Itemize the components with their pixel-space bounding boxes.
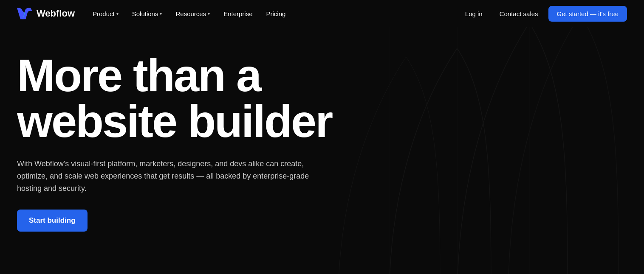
- hero-content: More than a website builder With Webflow…: [17, 53, 365, 232]
- webflow-logo-icon: [17, 8, 32, 20]
- product-chevron-icon: ▾: [116, 11, 119, 16]
- nav-product[interactable]: Product ▾: [87, 7, 124, 21]
- logo[interactable]: Webflow: [17, 8, 75, 20]
- nav-enterprise[interactable]: Enterprise: [217, 7, 258, 21]
- nav-pricing[interactable]: Pricing: [260, 7, 292, 21]
- nav-right: Log in Contact sales Get started — it's …: [458, 6, 627, 22]
- hero-title: More than a website builder: [17, 53, 365, 144]
- logo-text: Webflow: [37, 8, 75, 19]
- hero-section: More than a website builder With Webflow…: [0, 27, 644, 274]
- nav-resources[interactable]: Resources ▾: [169, 7, 216, 21]
- navigation: Webflow Product ▾ Solutions ▾ Resources …: [0, 0, 644, 27]
- contact-sales-button[interactable]: Contact sales: [493, 7, 545, 21]
- nav-solutions[interactable]: Solutions ▾: [126, 7, 168, 21]
- nav-left: Webflow Product ▾ Solutions ▾ Resources …: [17, 7, 291, 21]
- get-started-button[interactable]: Get started — it's free: [548, 6, 627, 22]
- hero-description: With Webflow's visual-first platform, ma…: [17, 158, 331, 194]
- nav-links: Product ▾ Solutions ▾ Resources ▾ Enterp…: [87, 7, 291, 21]
- login-button[interactable]: Log in: [458, 7, 489, 21]
- start-building-button[interactable]: Start building: [17, 210, 88, 232]
- solutions-chevron-icon: ▾: [160, 11, 162, 16]
- resources-chevron-icon: ▾: [208, 11, 210, 16]
